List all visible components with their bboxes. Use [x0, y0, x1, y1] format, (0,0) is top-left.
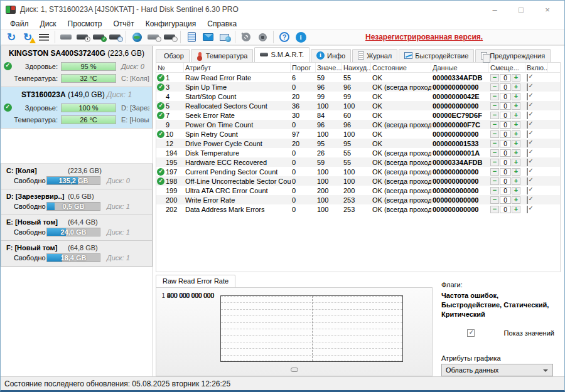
tab[interactable]: Инфо — [311, 49, 351, 62]
table-row[interactable]: 200 Write Error Rate 0 100 253 OK (всегд… — [156, 195, 560, 204]
tab[interactable]: S.M.A.R.T. — [254, 47, 309, 62]
offset-minus-button[interactable]: − — [490, 121, 499, 129]
table-row[interactable]: 12 Drive Power Cycle Count 20 95 95 OK 0… — [156, 139, 560, 148]
settings-gear-icon[interactable] — [238, 30, 254, 44]
enabled-checkbox[interactable]: ✓ — [527, 83, 528, 91]
offset-plus-button[interactable]: + — [512, 196, 520, 204]
table-row[interactable]: 195 Hardware ECC Recovered 0 59 55 OK (в… — [156, 157, 560, 167]
close-button[interactable]: × — [543, 5, 552, 14]
enabled-checkbox[interactable]: ✓ — [527, 74, 528, 82]
unregistered-version-link[interactable]: Незарегистрированная версия. — [365, 33, 483, 41]
tab[interactable]: Журнал — [352, 49, 397, 62]
menu-item[interactable]: Файл — [4, 19, 35, 29]
partition-panel[interactable]: E: [Новый том] (64,4 GB) Свободно 24,0 G… — [1, 215, 153, 241]
refresh-warning-icon[interactable]: ↻ — [19, 30, 36, 44]
report-icon[interactable] — [183, 30, 200, 44]
info-icon[interactable]: i — [293, 30, 309, 44]
enabled-checkbox[interactable]: ✓ — [527, 159, 528, 166]
offset-minus-button[interactable]: − — [490, 102, 499, 110]
enabled-checkbox[interactable]: ✓ — [527, 196, 528, 204]
removable-disk-icon[interactable] — [161, 30, 178, 44]
tab[interactable]: Быстродействие — [399, 49, 474, 62]
enabled-checkbox[interactable]: ✓ — [527, 140, 528, 147]
offset-minus-button[interactable]: − — [490, 130, 499, 138]
enabled-checkbox[interactable]: ✓ — [527, 93, 528, 100]
column-header[interactable]: Наихуд... — [342, 63, 371, 72]
offset-plus-button[interactable]: + — [512, 168, 520, 176]
table-row[interactable]: 194 Disk Temperature 0 26 55 OK (всегда … — [156, 148, 560, 157]
tab[interactable]: Обзор — [156, 49, 190, 62]
table-row[interactable]: 10 Spin Retry Count 97 100 100 OK 000000… — [156, 129, 560, 139]
offset-plus-button[interactable]: + — [512, 140, 520, 147]
offset-minus-button[interactable]: − — [490, 140, 499, 147]
tab[interactable]: Температура — [191, 49, 254, 62]
offset-plus-button[interactable]: + — [512, 159, 520, 166]
enabled-checkbox[interactable]: ✓ — [527, 102, 528, 110]
enabled-checkbox[interactable]: ✓ — [527, 149, 528, 157]
offset-plus-button[interactable]: + — [512, 112, 520, 119]
offset-plus-button[interactable]: + — [512, 149, 520, 157]
table-row[interactable]: 7 Seek Error Rate 30 84 60 OK 00000EC79D… — [156, 110, 560, 120]
disk-offline-icon[interactable] — [58, 30, 74, 44]
table-row[interactable]: 3 Spin Up Time 0 96 96 OK (всегда проход… — [156, 82, 560, 92]
table-row[interactable]: 198 Off-Line Uncorrectable Sector Count … — [156, 176, 560, 186]
disk-clock-icon[interactable] — [74, 30, 90, 44]
column-header[interactable]: Атрибут — [184, 63, 291, 72]
refresh-icon[interactable]: ↻ — [3, 30, 19, 44]
menu-item[interactable]: Просмотр — [62, 19, 108, 29]
offset-minus-button[interactable]: − — [490, 168, 499, 176]
table-row[interactable]: 4 Start/Stop Count 20 99 99 OK 000000000… — [156, 92, 560, 101]
partition-panel[interactable]: D: [Зарезервир..] (0,6 GB) Свободно 0,5 … — [1, 189, 153, 215]
enabled-checkbox[interactable]: ✓ — [527, 187, 528, 194]
show-values-checkbox[interactable]: ✓ — [467, 329, 475, 337]
network-disk-icon[interactable] — [129, 30, 145, 44]
graph-attributes-dropdown[interactable]: Область данных — [441, 364, 553, 376]
enabled-checkbox[interactable]: ✓ — [527, 112, 528, 119]
offset-plus-button[interactable]: + — [512, 187, 520, 194]
disk-panel-kingston[interactable]: KINGSTON SA400S37240G (223,6 GB) Здоровь… — [1, 46, 153, 87]
offset-plus-button[interactable]: + — [512, 74, 520, 82]
offset-minus-button[interactable]: − — [490, 206, 499, 213]
offset-plus-button[interactable]: + — [512, 206, 520, 213]
disk-search-icon[interactable] — [107, 30, 123, 44]
offset-plus-button[interactable]: + — [512, 177, 520, 185]
column-header[interactable]: Порог — [291, 63, 316, 72]
offset-plus-button[interactable]: + — [512, 102, 520, 110]
offset-minus-button[interactable]: − — [490, 74, 499, 82]
enabled-checkbox[interactable]: ✓ — [527, 177, 528, 185]
table-row[interactable]: 197 Current Pending Sector Count 0 100 1… — [156, 167, 560, 176]
offset-minus-button[interactable]: − — [490, 112, 499, 119]
network-share-icon[interactable] — [216, 30, 232, 44]
enabled-checkbox[interactable]: ✓ — [527, 121, 528, 129]
disk-panel-st3160023a[interactable]: ST3160023A (149,0 GB) Диск: 1 Здоровье: … — [1, 87, 153, 129]
column-header[interactable]: Значе... — [316, 63, 342, 72]
column-header[interactable]: Вклю... — [525, 63, 548, 72]
offset-plus-button[interactable]: + — [512, 93, 520, 100]
menu-item[interactable]: Диск — [35, 19, 62, 29]
table-row[interactable]: 5 Reallocated Sectors Count 36 100 100 O… — [156, 101, 560, 110]
table-row[interactable]: 202 Data Address Mark Errors 0 100 253 O… — [156, 204, 560, 214]
disk-check-icon[interactable] — [90, 30, 107, 44]
graph-tab[interactable]: Raw Read Error Rate — [156, 275, 235, 287]
tab[interactable]: Предупреждения — [475, 49, 551, 62]
sound-icon[interactable] — [254, 30, 271, 44]
surface-test-icon[interactable] — [36, 30, 52, 44]
partition-panel[interactable]: F: [Новый том] (64,8 GB) Свободно 18,4 G… — [1, 241, 153, 267]
offset-minus-button[interactable]: − — [490, 159, 499, 166]
offset-plus-button[interactable]: + — [512, 130, 520, 138]
offset-minus-button[interactable]: − — [490, 177, 499, 185]
column-header[interactable]: Состояние — [371, 63, 431, 72]
column-header[interactable]: Данные — [431, 63, 489, 72]
offset-minus-button[interactable]: − — [490, 149, 499, 157]
minimize-button[interactable]: – — [490, 5, 499, 14]
table-row[interactable]: 1 Raw Read Error Rate 6 59 55 OK 0000033… — [156, 73, 560, 82]
offset-minus-button[interactable]: − — [490, 83, 499, 91]
menu-item[interactable]: Конфигурация — [140, 19, 202, 29]
enabled-checkbox[interactable]: ✓ — [527, 168, 528, 176]
offset-minus-button[interactable]: − — [490, 196, 499, 204]
mail-icon[interactable] — [200, 30, 216, 44]
column-header[interactable]: Смеще... — [489, 63, 525, 72]
enabled-checkbox[interactable]: ✓ — [527, 206, 528, 213]
menu-item[interactable]: Справка — [202, 19, 242, 29]
offset-plus-button[interactable]: + — [512, 83, 520, 91]
